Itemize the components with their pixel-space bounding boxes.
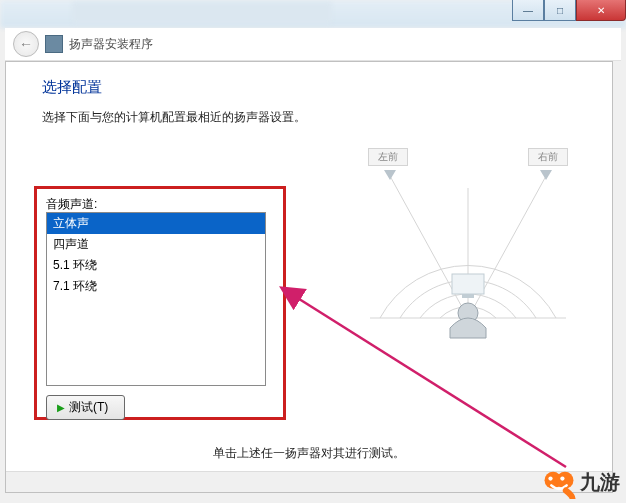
back-button[interactable]: ← <box>13 31 39 57</box>
svg-marker-6 <box>540 170 552 180</box>
page-heading: 选择配置 <box>42 78 612 97</box>
svg-rect-8 <box>452 274 484 294</box>
svg-line-1 <box>468 176 546 318</box>
close-button[interactable]: ✕ <box>576 0 626 21</box>
watermark: 九游 <box>542 465 620 499</box>
left-front-speaker-label[interactable]: 左前 <box>368 148 408 166</box>
watermark-text: 九游 <box>580 469 620 496</box>
svg-line-0 <box>390 176 468 318</box>
play-icon: ▶ <box>57 402 65 413</box>
svg-marker-5 <box>384 170 396 180</box>
svg-rect-9 <box>462 294 474 298</box>
speaker-app-icon <box>45 35 63 53</box>
app-title: 扬声器安装程序 <box>69 36 153 53</box>
test-button-label: 测试(T) <box>69 399 108 416</box>
background-tab-blur <box>72 2 332 24</box>
maximize-button[interactable]: □ <box>544 0 576 21</box>
jiuyou-logo-icon <box>542 465 576 499</box>
speaker-diagram: 左前 右前 <box>350 148 586 348</box>
right-front-speaker-label[interactable]: 右前 <box>528 148 568 166</box>
wizard-panel: 选择配置 选择下面与您的计算机配置最相近的扬声器设置。 音频声道: 立体声四声道… <box>5 61 613 493</box>
minimize-button[interactable]: — <box>512 0 544 21</box>
svg-point-14 <box>560 476 564 480</box>
channel-listbox[interactable]: 立体声四声道5.1 环绕7.1 环绕 <box>46 212 266 386</box>
window-titlebar-buttons: — □ ✕ <box>512 0 626 22</box>
channel-option[interactable]: 5.1 环绕 <box>47 255 265 276</box>
channel-label: 音频声道: <box>46 196 97 213</box>
wizard-footer <box>6 471 612 492</box>
channel-option[interactable]: 立体声 <box>47 213 265 234</box>
svg-point-13 <box>548 476 552 480</box>
arrow-left-icon: ← <box>19 36 33 52</box>
hint-text: 单击上述任一扬声器对其进行测试。 <box>6 445 612 462</box>
speaker-diagram-svg <box>350 148 586 348</box>
page-subheading: 选择下面与您的计算机配置最相近的扬声器设置。 <box>42 109 612 126</box>
channel-option[interactable]: 四声道 <box>47 234 265 255</box>
channel-option[interactable]: 7.1 环绕 <box>47 276 265 297</box>
wizard-header: ← 扬声器安装程序 <box>5 28 621 61</box>
test-button[interactable]: ▶ 测试(T) <box>46 395 125 420</box>
